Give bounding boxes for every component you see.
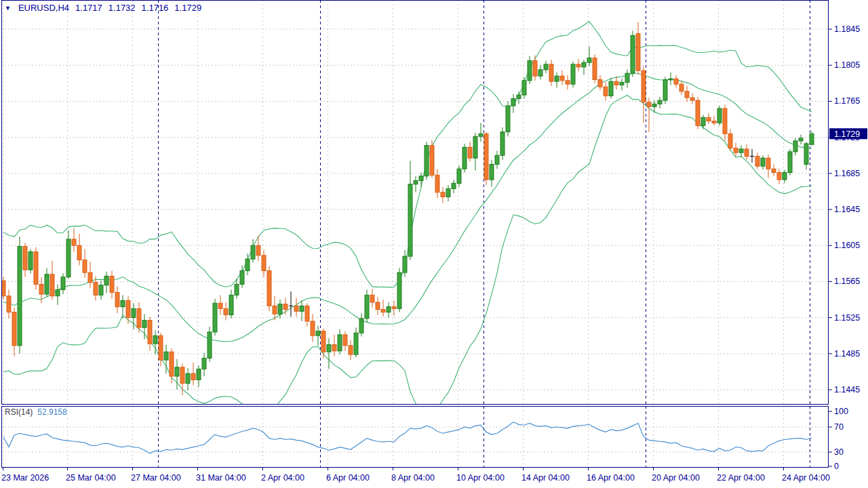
bear-candle bbox=[343, 335, 347, 346]
bull-candle bbox=[316, 331, 320, 336]
bear-candle bbox=[728, 134, 732, 148]
bull-candle bbox=[479, 134, 483, 136]
bull-candle bbox=[251, 245, 255, 259]
bear-candle bbox=[23, 247, 27, 270]
bull-candle bbox=[397, 272, 401, 308]
bull-candle bbox=[208, 332, 212, 359]
bear-candle bbox=[430, 146, 434, 176]
bull-candle bbox=[739, 149, 743, 152]
bear-candle bbox=[696, 100, 700, 125]
price-axis-label: 1.1605 bbox=[834, 241, 860, 250]
bull-candle bbox=[490, 165, 494, 180]
bull-candle bbox=[197, 369, 201, 380]
rsi-pane[interactable] bbox=[1, 406, 829, 468]
bull-candle bbox=[387, 307, 391, 312]
bear-candle bbox=[94, 283, 98, 296]
bull-candle bbox=[419, 176, 423, 181]
bear-candle bbox=[636, 34, 640, 71]
main-pane-border bbox=[2, 1, 829, 405]
price-axis-label: 1.1805 bbox=[834, 60, 860, 70]
rsi-axis-label: 30 bbox=[834, 447, 844, 457]
quote-open: 1.1717 bbox=[75, 3, 102, 13]
time-axis-label: 14 Apr 04:00 bbox=[521, 473, 570, 483]
main-chart-pane[interactable] bbox=[1, 0, 829, 418]
bear-candle bbox=[12, 312, 16, 346]
price-axis-label: 1.1845 bbox=[834, 24, 860, 34]
bear-candle bbox=[777, 172, 781, 180]
chart-canvas[interactable]: 1.18451.18051.17651.17251.16851.16451.16… bbox=[0, 0, 868, 488]
price-axis-label: 1.1685 bbox=[834, 169, 860, 178]
bear-candle bbox=[294, 306, 298, 311]
bear-candle bbox=[218, 303, 222, 308]
bull-candle bbox=[338, 335, 342, 351]
bull-candle bbox=[457, 169, 461, 183]
bull-candle bbox=[452, 183, 456, 188]
quote-close: 1.1729 bbox=[174, 3, 201, 13]
symbol-timeframe: EURUSD,H4 bbox=[18, 3, 69, 13]
time-axis-label: 22 Apr 04:00 bbox=[717, 473, 765, 483]
price-axis[interactable]: 1.18451.18051.17651.17251.16851.16451.16… bbox=[829, 24, 860, 471]
bear-candle bbox=[283, 304, 288, 310]
bear-candle bbox=[72, 239, 76, 245]
bull-candle bbox=[186, 373, 190, 384]
bull-candle bbox=[300, 306, 304, 311]
bear-candle bbox=[370, 295, 374, 302]
bear-candle bbox=[83, 260, 87, 272]
bull-candle bbox=[425, 146, 429, 176]
time-axis-label: 2 Apr 04:00 bbox=[261, 473, 304, 483]
rsi-indicator-label: RSI(14) 52.9158 bbox=[5, 407, 67, 417]
bear-candle bbox=[723, 108, 727, 134]
bull-candle bbox=[555, 76, 559, 81]
price-axis-label: 1.1485 bbox=[834, 349, 860, 359]
bull-candle bbox=[240, 270, 244, 284]
bear-candle bbox=[566, 81, 570, 84]
bull-candle bbox=[213, 303, 217, 332]
rsi-value: 52.9158 bbox=[37, 407, 66, 417]
bull-candle bbox=[658, 100, 662, 104]
bull-candle bbox=[327, 345, 331, 352]
bear-candle bbox=[50, 274, 54, 296]
bull-candle bbox=[793, 141, 797, 152]
rsi-name: RSI(14) bbox=[5, 407, 33, 417]
bull-candle bbox=[45, 274, 49, 294]
bull-candle bbox=[511, 98, 515, 106]
symbol-dropdown-icon[interactable]: ▼ bbox=[5, 5, 11, 12]
bear-candle bbox=[614, 81, 618, 85]
bear-candle bbox=[576, 64, 580, 67]
rsi-axis-label: 0 bbox=[834, 462, 839, 471]
bear-candle bbox=[642, 70, 646, 102]
bear-candle bbox=[224, 308, 228, 314]
bollinger-lower bbox=[3, 95, 812, 418]
rsi-pane-border bbox=[2, 407, 829, 468]
bull-candle bbox=[500, 132, 505, 156]
bull-candle bbox=[229, 295, 233, 314]
bull-candle bbox=[495, 155, 499, 164]
bull-candle bbox=[783, 172, 787, 180]
bull-candle bbox=[761, 158, 765, 166]
bull-candle bbox=[799, 138, 803, 141]
bear-candle bbox=[484, 134, 488, 180]
bull-candle bbox=[506, 106, 510, 132]
time-axis-label: 20 Apr 04:00 bbox=[652, 473, 700, 483]
price-axis-label: 1.1445 bbox=[834, 385, 860, 394]
time-axis-label: 31 Mar 04:00 bbox=[196, 473, 246, 483]
bear-candle bbox=[734, 148, 738, 153]
time-axis-label: 27 Mar 04:00 bbox=[131, 473, 181, 483]
bull-candle bbox=[408, 184, 412, 256]
bear-candle bbox=[126, 300, 130, 317]
time-axis-label: 25 Mar 04:00 bbox=[66, 473, 116, 483]
bear-candle bbox=[441, 192, 445, 197]
bear-candle bbox=[435, 175, 439, 192]
bear-candle bbox=[685, 92, 689, 98]
bear-candle bbox=[712, 121, 716, 123]
bull-candle bbox=[717, 108, 722, 123]
bear-candle bbox=[560, 76, 564, 81]
bear-candle bbox=[604, 87, 608, 96]
bear-candle bbox=[191, 373, 195, 380]
time-axis[interactable]: 23 Mar 202625 Mar 04:0027 Mar 04:0031 Ma… bbox=[1, 468, 830, 483]
bear-candle bbox=[376, 302, 380, 310]
trading-terminal-window: ▼ EURUSD,H4 1.1717 1.1732 1.1716 1.1729 … bbox=[0, 0, 868, 488]
bull-candle bbox=[538, 70, 542, 76]
bull-candle bbox=[810, 134, 814, 144]
bull-candle bbox=[652, 104, 656, 106]
